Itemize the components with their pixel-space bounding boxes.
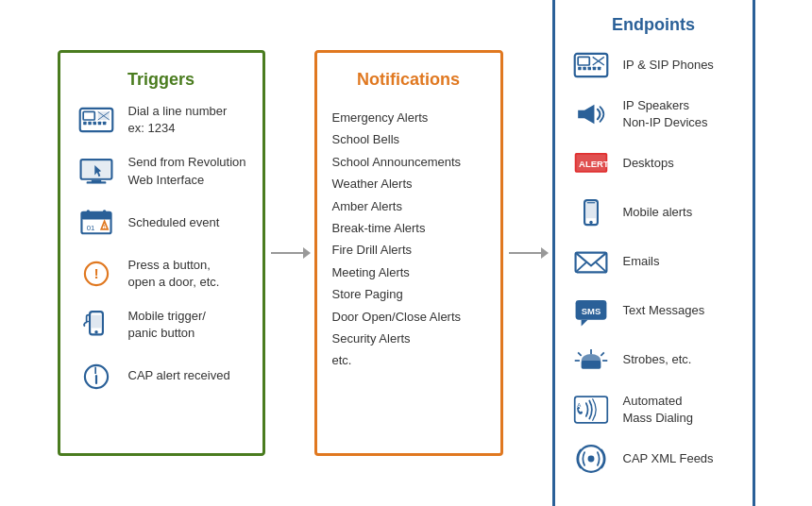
endpoint-text-sms: Text Messages (623, 302, 705, 319)
endpoint-text-speakers: IP SpeakersNon-IP Devices (623, 97, 708, 131)
endpoint-item-phones: IP & SIP Phones (570, 48, 714, 82)
svg-rect-40 (597, 67, 600, 70)
endpoint-item-sms: SMS Text Messages (570, 295, 705, 329)
endpoint-text-email: Emails (623, 253, 660, 270)
mobile-endpoint-icon (570, 196, 612, 230)
notif-security: Security Alerts (332, 328, 462, 349)
endpoint-item-cap: CAP XML Feeds (570, 442, 714, 476)
svg-point-49 (589, 220, 592, 223)
svg-rect-16 (81, 212, 110, 220)
trigger-item-mobile: Mobile trigger/panic button (76, 308, 206, 342)
svg-point-58 (581, 354, 601, 367)
endpoint-text-strobes: Strobes, etc. (623, 351, 692, 368)
svg-line-60 (578, 352, 581, 355)
triggers-title: Triggers (76, 70, 247, 90)
notif-door: Door Open/Close Alerts (332, 306, 462, 328)
notif-bells: School Bells (332, 128, 462, 150)
phone-icon (76, 103, 117, 137)
notif-etc: etc. (332, 349, 462, 371)
svg-rect-37 (583, 67, 585, 70)
svg-rect-25 (91, 315, 100, 329)
exclamation-icon: ! (76, 257, 117, 291)
mass-dialing-icon: A (570, 393, 612, 427)
trigger-text-cap: CAP alert received (128, 367, 230, 384)
svg-rect-2 (83, 122, 86, 125)
svg-point-67 (587, 455, 594, 462)
trigger-text-button: Press a button,open a door, etc. (128, 257, 220, 291)
mobile-trigger-icon (76, 308, 117, 342)
trigger-text-dial: Dial a line numberex: 1234 (128, 103, 228, 137)
email-icon (570, 245, 612, 279)
svg-line-61 (601, 352, 603, 355)
trigger-item-web: Send from RevolutionWeb Interface (76, 154, 246, 188)
svg-rect-6 (102, 122, 105, 125)
trigger-text-mobile: Mobile trigger/panic button (128, 308, 206, 342)
speaker-icon (570, 97, 612, 131)
info-circle-icon: i (76, 360, 117, 394)
calendar-icon: 01 ! (76, 206, 117, 240)
trigger-text-web: Send from RevolutionWeb Interface (128, 154, 246, 188)
endpoint-item-mobile: Mobile alerts (570, 196, 693, 230)
svg-line-52 (575, 262, 585, 272)
svg-text:01: 01 (86, 224, 94, 232)
endpoint-item-email: Emails (570, 245, 660, 279)
endpoint-text-mobile: Mobile alerts (623, 204, 693, 221)
svg-rect-12 (86, 181, 106, 183)
endpoint-item-strobes: Strobes, etc. (570, 344, 692, 378)
svg-text:!: ! (103, 224, 105, 229)
endpoint-text-cap: CAP XML Feeds (623, 450, 714, 467)
endpoint-item-dialing: A AutomatedMass Dialing (570, 393, 693, 427)
trigger-item-cap: i CAP alert received (76, 360, 230, 394)
arrow-2-svg (507, 242, 549, 264)
notif-meeting: Meeting Alerts (332, 261, 462, 283)
sms-icon: SMS (570, 295, 612, 329)
svg-rect-38 (587, 67, 590, 70)
endpoints-box: Endpoints IP & SIP Phones (552, 0, 755, 506)
svg-rect-39 (592, 67, 595, 70)
endpoint-text-phones: IP & SIP Phones (623, 57, 714, 74)
endpoints-title: Endpoints (570, 15, 737, 35)
notif-breaktime: Break-time Alerts (332, 217, 462, 239)
arrow-1-svg (269, 242, 311, 264)
notif-emergency: Emergency Alerts (332, 107, 462, 128)
trigger-item-button: ! Press a button,open a door, etc. (76, 257, 220, 291)
alert-desktop-icon: ALERT! (570, 147, 612, 181)
svg-rect-3 (88, 122, 91, 125)
svg-text:!: ! (93, 265, 98, 281)
trigger-item-scheduled: 01 ! Scheduled event (76, 206, 220, 240)
svg-marker-43 (578, 105, 594, 125)
notif-announcements: School Announcements (332, 151, 462, 173)
svg-marker-33 (541, 247, 549, 259)
trigger-item-dial: Dial a line numberex: 1234 (76, 103, 228, 137)
svg-rect-35 (578, 57, 589, 65)
svg-rect-5 (97, 122, 100, 125)
svg-rect-18 (102, 210, 105, 215)
cap-xml-icon (570, 442, 612, 476)
phone-endpoint-icon (570, 48, 612, 82)
svg-rect-36 (578, 67, 581, 70)
svg-point-26 (94, 330, 97, 333)
trigger-text-scheduled: Scheduled event (128, 214, 220, 231)
svg-line-53 (596, 262, 606, 272)
arrow-2 (503, 242, 552, 264)
notifications-box: Notifications Emergency Alerts School Be… (314, 50, 503, 456)
svg-text:SMS: SMS (581, 305, 601, 315)
svg-text:A: A (577, 401, 582, 407)
svg-text:ALERT!: ALERT! (579, 158, 609, 168)
notifications-title: Notifications (332, 70, 485, 90)
arrow-1 (265, 242, 314, 264)
svg-rect-4 (93, 122, 95, 125)
endpoint-item-desktops: ALERT! Desktops (570, 147, 674, 181)
triggers-box: Triggers Dial a line numberex: (58, 50, 265, 456)
endpoint-text-dialing: AutomatedMass Dialing (623, 393, 693, 427)
monitor-icon (76, 155, 117, 189)
svg-rect-48 (585, 203, 595, 218)
svg-marker-56 (581, 319, 587, 326)
notif-firedrill: Fire Drill Alerts (332, 239, 462, 261)
svg-marker-31 (303, 247, 311, 259)
notifications-list: Emergency Alerts School Bells School Ann… (332, 103, 462, 372)
notif-paging: Store Paging (332, 283, 462, 305)
notif-amber: Amber Alerts (332, 195, 462, 217)
svg-rect-1 (83, 112, 94, 121)
endpoint-text-desktops: Desktops (623, 155, 674, 172)
